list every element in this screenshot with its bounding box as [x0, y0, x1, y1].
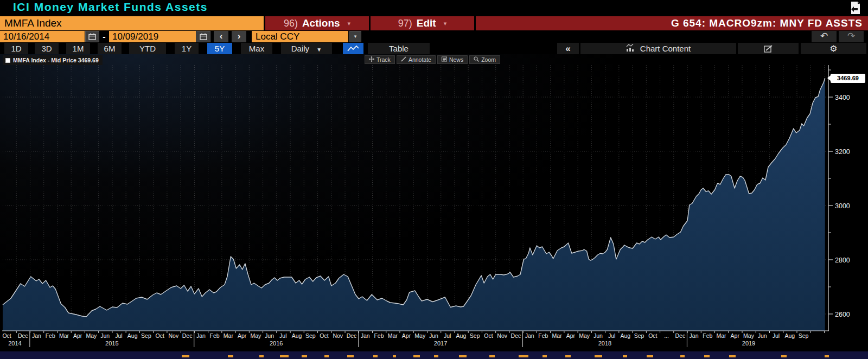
price-chart[interactable]: 26002800300032003400OctDecJanFebMarAprMa… [0, 54, 868, 351]
track-button[interactable]: Track [365, 55, 395, 64]
footer-ticker-fragment [825, 355, 829, 357]
period-button-6m[interactable]: 6M [98, 43, 122, 54]
x-axis-year-labels: 201420152016201720182019 [8, 340, 755, 347]
footer-ticker-fragment [280, 355, 289, 357]
chart-area: 26002800300032003400OctDecJanFebMarAprMa… [0, 54, 868, 351]
svg-text:Feb: Feb [210, 332, 220, 339]
currency-dropdown-icon[interactable]: ▾ [349, 31, 361, 42]
period-button-1d[interactable]: 1D [4, 43, 28, 54]
track-label: Track [376, 56, 391, 63]
frequency-select[interactable]: Daily ▼ [281, 43, 332, 54]
x-axis-month-labels: OctDecJanFebMarAprMayJunJulAugSepOctNovD… [2, 332, 808, 339]
actions-button-number: 96) [284, 18, 298, 29]
svg-text:Apr: Apr [73, 332, 82, 339]
period-button-3d[interactable]: 3D [35, 43, 59, 54]
edit-button-label: Edit [417, 17, 436, 29]
svg-text:Jan: Jan [690, 332, 699, 339]
redo-icon[interactable]: ↷ [839, 31, 864, 42]
svg-text:Jun: Jun [593, 332, 603, 339]
period-button-ytd[interactable]: YTD [129, 43, 166, 54]
actions-button[interactable]: 96) Actions ▾ [265, 16, 369, 30]
triangle-down-icon: ▼ [316, 47, 322, 53]
svg-text:Sep: Sep [305, 332, 316, 339]
svg-text:Dec: Dec [675, 332, 685, 339]
svg-text:Feb: Feb [46, 332, 55, 339]
svg-text:Aug: Aug [456, 332, 467, 339]
svg-text:2018: 2018 [598, 340, 611, 347]
footer-ticker-fragment [565, 355, 571, 357]
export-icon[interactable] [850, 1, 861, 15]
zoom-button[interactable]: Zoom [469, 55, 500, 64]
collapse-panel-button[interactable]: « [557, 43, 579, 54]
calendar-icon[interactable] [196, 31, 210, 42]
footer-ticker-strip [0, 351, 868, 359]
edit-button[interactable]: 97) Edit ▾ [371, 16, 474, 30]
prev-period-button[interactable]: ‹ [214, 31, 228, 42]
svg-text:Apr: Apr [402, 332, 411, 339]
svg-text:Nov: Nov [497, 332, 507, 339]
gear-icon[interactable]: ⚙ [801, 43, 866, 54]
svg-text:Mar: Mar [552, 332, 563, 339]
svg-text:Nov: Nov [333, 332, 343, 339]
period-button-1m[interactable]: 1M [66, 43, 90, 54]
svg-text:Sep: Sep [141, 332, 151, 339]
table-button[interactable]: Table [368, 43, 430, 54]
footer-ticker-fragment [259, 355, 264, 357]
chart-content-button[interactable]: Chart Content [580, 43, 736, 54]
last-price-tag: 3469.69 [831, 74, 865, 83]
svg-text:2600: 2600 [835, 311, 850, 318]
range-bar: 10/16/2014 - 10/09/2019 ‹ › Local CCY ▾ … [0, 30, 868, 43]
title-bar: ICI Money Market Funds Assets [0, 0, 868, 16]
series-swatch-icon [5, 58, 10, 63]
svg-text:2019: 2019 [742, 340, 755, 347]
chart-toolbar: 1D 3D 1M 6M YTD 1Y 5Y Max Daily ▼ Table … [0, 43, 868, 54]
svg-text:Dec: Dec [18, 332, 28, 339]
series-legend[interactable]: MMFA Index - Mid Price 3469.69 [3, 55, 103, 65]
svg-text:Jun: Jun [265, 332, 274, 339]
svg-text:Jan: Jan [196, 332, 206, 339]
period-button-5y-selected[interactable]: 5Y [207, 43, 232, 54]
svg-text:Jul: Jul [608, 332, 615, 339]
svg-text:Jul: Jul [444, 332, 451, 339]
ticker-field[interactable]: MMFA Index [0, 16, 264, 30]
actions-button-label: Actions [302, 17, 340, 29]
footer-ticker-fragment [324, 355, 329, 357]
svg-text:May: May [414, 332, 426, 339]
svg-text:May: May [743, 332, 755, 339]
svg-text:Aug: Aug [292, 332, 302, 339]
svg-text:Oct: Oct [320, 332, 328, 339]
annotate-button[interactable]: Annotate [397, 55, 436, 64]
svg-text:Mar: Mar [716, 332, 726, 339]
svg-text:May: May [86, 332, 98, 339]
page-title: ICI Money Market Funds Assets [13, 1, 208, 14]
footer-ticker-fragment [434, 355, 438, 357]
svg-text:3400: 3400 [835, 94, 850, 101]
undo-icon[interactable]: ↶ [812, 31, 837, 42]
news-button[interactable]: News [437, 55, 468, 64]
svg-text:Dec: Dec [511, 332, 521, 339]
svg-text:Apr: Apr [566, 332, 576, 339]
svg-text:2016: 2016 [270, 340, 283, 347]
svg-text:May: May [250, 332, 261, 339]
track-icon [369, 56, 374, 63]
line-chart-icon[interactable] [343, 43, 363, 54]
svg-text:Aug: Aug [784, 332, 795, 339]
end-date-input[interactable]: 10/09/2019 [109, 31, 196, 42]
footer-ticker-fragment [373, 355, 378, 357]
calendar-icon[interactable] [85, 31, 99, 42]
currency-select[interactable]: Local CCY [252, 31, 348, 42]
next-period-button[interactable]: › [232, 31, 246, 42]
period-button-1y[interactable]: 1Y [175, 43, 199, 54]
annotation-editor-button[interactable] [738, 43, 799, 54]
footer-ticker-fragment [459, 355, 467, 357]
start-date-input[interactable]: 10/16/2014 [0, 31, 85, 42]
footer-ticker-fragment [302, 355, 307, 357]
period-button-max[interactable]: Max [241, 43, 272, 54]
news-label: News [449, 56, 463, 63]
news-icon [442, 56, 447, 63]
footer-ticker-fragment [623, 355, 627, 357]
annotate-label: Annotate [409, 56, 431, 63]
zoom-label: Zoom [481, 56, 496, 63]
svg-text:Apr: Apr [731, 332, 740, 339]
footer-ticker-fragment [595, 355, 602, 357]
